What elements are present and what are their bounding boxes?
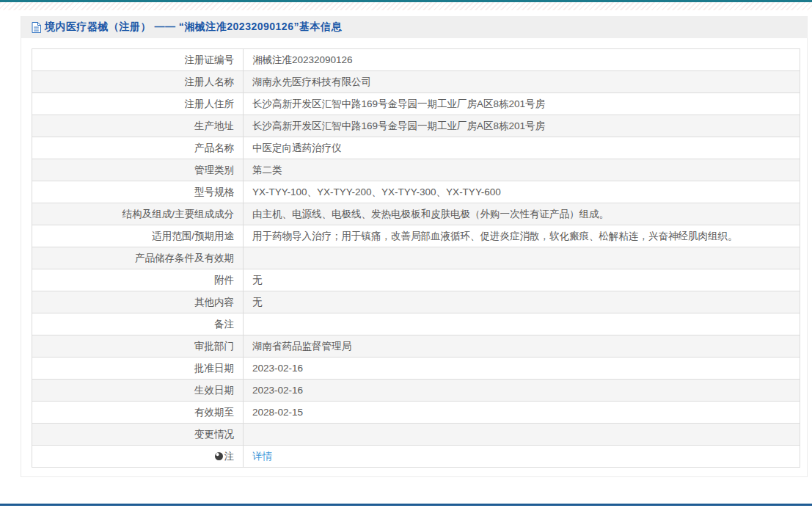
table-row: 型号规格YX-TYY-100、YX-TYY-200、YX-TYY-300、YX-… [32, 181, 800, 203]
row-value [244, 247, 800, 269]
table-row: 附件无 [32, 269, 800, 291]
row-value: 2023-02-16 [244, 380, 800, 402]
row-label: 变更情况 [32, 424, 244, 446]
table-row: 管理类别第二类 [32, 159, 800, 181]
row-label: 备注 [32, 313, 244, 335]
row-value: 湖南省药品监督管理局 [244, 335, 800, 358]
content-area: 境内医疗器械（注册） —— “湘械注准20232090126”基本信息 注册证编… [0, 10, 812, 477]
table-row: 其他内容无 [32, 291, 800, 313]
row-value: YX-TYY-100、YX-TYY-200、YX-TYY-300、YX-TYY-… [244, 181, 800, 203]
page-title: 境内医疗器械（注册） —— “湘械注准20232090126”基本信息 [45, 21, 342, 34]
row-label: 注册人名称 [32, 71, 244, 93]
table-row: 适用范围/预期用途用于药物导入治疗；用于镇痛，改善局部血液循环、促进炎症消散，软… [32, 225, 800, 247]
table-wrap: 注册证编号湘械注准20232090126注册人名称湖南永先医疗科技有限公司注册人… [21, 38, 807, 476]
row-label: 注册证编号 [32, 49, 244, 71]
row-label: 产品名称 [32, 137, 244, 159]
info-table-body: 注册证编号湘械注准20232090126注册人名称湖南永先医疗科技有限公司注册人… [32, 49, 800, 468]
row-value: 湖南永先医疗科技有限公司 [244, 71, 800, 93]
table-row: 注册人住所长沙高新开发区汇智中路169号金导园一期工业厂房A区8栋201号房 [32, 93, 800, 115]
row-label: 管理类别 [32, 159, 244, 181]
row-value: 长沙高新开发区汇智中路169号金导园一期工业厂房A区8栋201号房 [244, 115, 800, 137]
row-label: 附件 [32, 269, 244, 291]
table-row: 注册人名称湖南永先医疗科技有限公司 [32, 71, 800, 93]
row-value: 无 [244, 269, 800, 291]
row-value: 用于药物导入治疗；用于镇痛，改善局部血液循环、促进炎症消散，软化瘢痕、松解粘连，… [244, 225, 800, 247]
row-label: 注 [32, 446, 244, 468]
row-label: 有效期至 [32, 402, 244, 424]
row-label: 注册人住所 [32, 93, 244, 115]
striped-background-band [0, 2, 812, 10]
row-label: 产品储存条件及有效期 [32, 247, 244, 269]
row-value: 长沙高新开发区汇智中路169号金导园一期工业厂房A区8栋201号房 [244, 93, 800, 115]
table-row: 有效期至2028-02-15 [32, 402, 800, 424]
row-value [244, 424, 800, 446]
table-row: 批准日期2023-02-16 [32, 358, 800, 380]
info-panel: 境内医疗器械（注册） —— “湘械注准20232090126”基本信息 注册证编… [21, 16, 808, 477]
row-label: 其他内容 [32, 291, 244, 313]
details-link[interactable]: 详情 [252, 451, 272, 462]
table-row: 审批部门湖南省药品监督管理局 [32, 335, 800, 358]
table-row: 备注 [32, 313, 800, 335]
bottom-accent-line [0, 504, 812, 506]
row-value: 由主机、电源线、电极线、发热电极板和皮肤电极（外购一次性有证产品）组成。 [244, 203, 800, 225]
document-icon [32, 22, 41, 33]
row-value [244, 313, 800, 335]
table-row: 结构及组成/主要组成成分由主机、电源线、电极线、发热电极板和皮肤电极（外购一次性… [32, 203, 800, 225]
panel-header: 境内医疗器械（注册） —— “湘械注准20232090126”基本信息 [21, 16, 807, 38]
row-label: 生效日期 [32, 380, 244, 402]
row-label: 适用范围/预期用途 [32, 225, 244, 247]
note-icon [215, 452, 223, 460]
row-value: 中医定向透药治疗仪 [244, 137, 800, 159]
row-label: 型号规格 [32, 181, 244, 203]
row-label: 结构及组成/主要组成成分 [32, 203, 244, 225]
table-row: 注详情 [32, 446, 800, 468]
row-value: 无 [244, 291, 800, 313]
row-label: 生产地址 [32, 115, 244, 137]
row-value: 详情 [244, 446, 800, 468]
table-row: 注册证编号湘械注准20232090126 [32, 49, 800, 71]
row-value: 2028-02-15 [244, 402, 800, 424]
row-label: 批准日期 [32, 358, 244, 380]
table-row: 生产地址长沙高新开发区汇智中路169号金导园一期工业厂房A区8栋201号房 [32, 115, 800, 137]
row-value: 第二类 [244, 159, 800, 181]
table-row: 产品名称中医定向透药治疗仪 [32, 137, 800, 159]
table-row: 生效日期2023-02-16 [32, 380, 800, 402]
info-table: 注册证编号湘械注准20232090126注册人名称湖南永先医疗科技有限公司注册人… [32, 48, 800, 468]
table-row: 变更情况 [32, 424, 800, 446]
table-row: 产品储存条件及有效期 [32, 247, 800, 269]
row-value: 2023-02-16 [244, 358, 800, 380]
row-value: 湘械注准20232090126 [244, 49, 800, 71]
row-label: 审批部门 [32, 335, 244, 358]
